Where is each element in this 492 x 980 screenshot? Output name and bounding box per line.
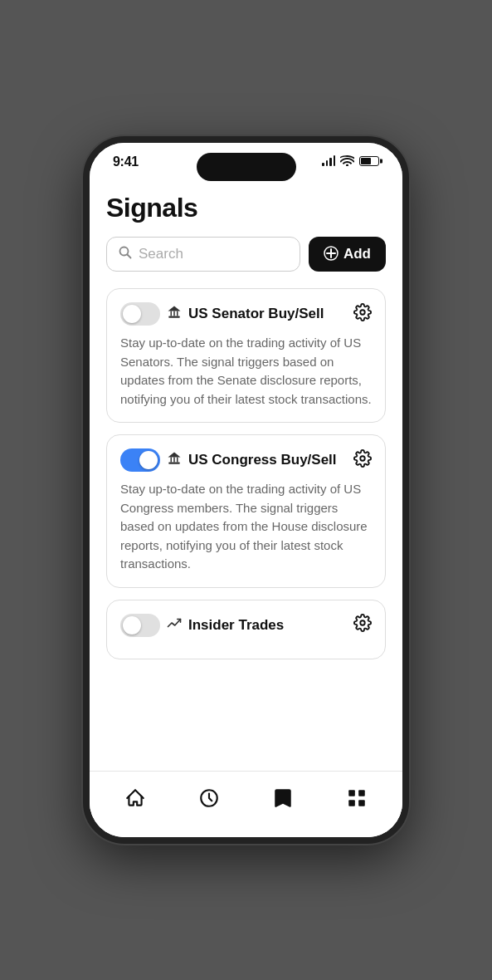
card-icon-us-senator — [167, 305, 182, 324]
card-description-us-senator: Stay up-to-date on the trading activity … — [120, 334, 372, 409]
toggle-knob — [123, 616, 141, 635]
signal-card-us-senator: US Senator Buy/Sell Stay up-to-date on t… — [106, 288, 386, 423]
search-icon — [119, 246, 132, 262]
add-button-label: Add — [343, 246, 371, 262]
card-title-insider-trades: Insider Trades — [188, 617, 347, 634]
gear-icon-us-senator[interactable] — [353, 303, 372, 326]
phone-frame: 9:41 Signals — [83, 136, 409, 844]
svg-rect-12 — [171, 457, 173, 462]
gear-icon-us-congress[interactable] — [353, 449, 372, 472]
svg-point-10 — [360, 310, 365, 315]
search-placeholder: Search — [139, 246, 183, 262]
signal-card-us-congress: US Congress Buy/Sell Stay up-to-date on … — [106, 434, 386, 588]
svg-rect-21 — [349, 800, 356, 806]
nav-item-history[interactable] — [188, 784, 230, 812]
status-icons — [322, 155, 379, 166]
toggle-us-senator[interactable] — [120, 302, 160, 326]
svg-point-16 — [360, 456, 365, 461]
status-time: 9:41 — [113, 154, 139, 169]
card-description-us-congress: Stay up-to-date on the trading activity … — [120, 480, 372, 574]
toggle-insider-trades[interactable] — [120, 614, 160, 637]
dynamic-island — [197, 153, 296, 181]
wifi-icon — [340, 155, 354, 166]
svg-rect-7 — [173, 311, 175, 316]
card-icon-insider-trades — [167, 615, 182, 635]
card-title-us-congress: US Congress Buy/Sell — [188, 452, 347, 468]
svg-rect-20 — [359, 790, 366, 796]
svg-marker-9 — [168, 306, 181, 311]
bottom-nav — [90, 771, 402, 837]
nav-item-saved[interactable] — [262, 784, 304, 812]
screen: 9:41 Signals — [90, 143, 402, 837]
signal-cards-container: US Senator Buy/Sell Stay up-to-date on t… — [106, 288, 386, 659]
svg-rect-5 — [168, 316, 180, 317]
card-title-us-senator: US Senator Buy/Sell — [188, 306, 347, 322]
svg-marker-15 — [168, 452, 181, 457]
toggle-knob — [123, 305, 141, 323]
toggle-wrap-insider-trades[interactable] — [120, 614, 160, 637]
signal-strength-icon — [322, 156, 335, 166]
svg-rect-19 — [349, 790, 356, 796]
toggle-knob — [139, 451, 158, 469]
signal-card-insider-trades: Insider Trades — [106, 600, 386, 659]
search-add-row: Search Add — [106, 237, 386, 272]
svg-rect-22 — [359, 800, 366, 806]
svg-rect-13 — [173, 457, 175, 462]
add-plus-icon — [324, 246, 339, 263]
toggle-us-congress[interactable] — [120, 448, 160, 472]
svg-rect-8 — [177, 311, 178, 316]
home-icon — [124, 787, 146, 809]
svg-point-17 — [360, 620, 365, 625]
card-header: Insider Trades — [120, 614, 372, 637]
card-header: US Congress Buy/Sell — [120, 448, 372, 472]
grid-icon — [346, 787, 368, 809]
svg-rect-11 — [168, 462, 180, 463]
search-box[interactable]: Search — [106, 237, 300, 272]
nav-item-signals[interactable] — [336, 784, 378, 812]
svg-line-1 — [128, 255, 131, 258]
svg-rect-14 — [177, 457, 178, 462]
card-icon-us-congress — [167, 451, 182, 470]
toggle-wrap-us-congress[interactable] — [120, 448, 160, 472]
battery-icon — [359, 156, 379, 166]
svg-rect-6 — [171, 311, 173, 316]
card-header: US Senator Buy/Sell — [120, 302, 372, 326]
page-title: Signals — [106, 193, 386, 223]
gear-icon-insider-trades[interactable] — [353, 614, 372, 636]
main-content: Signals Search — [90, 143, 402, 771]
bookmark-icon — [272, 787, 294, 809]
add-button[interactable]: Add — [309, 237, 386, 272]
clock-icon — [198, 787, 220, 809]
toggle-wrap-us-senator[interactable] — [120, 302, 160, 326]
nav-item-home[interactable] — [114, 784, 156, 812]
